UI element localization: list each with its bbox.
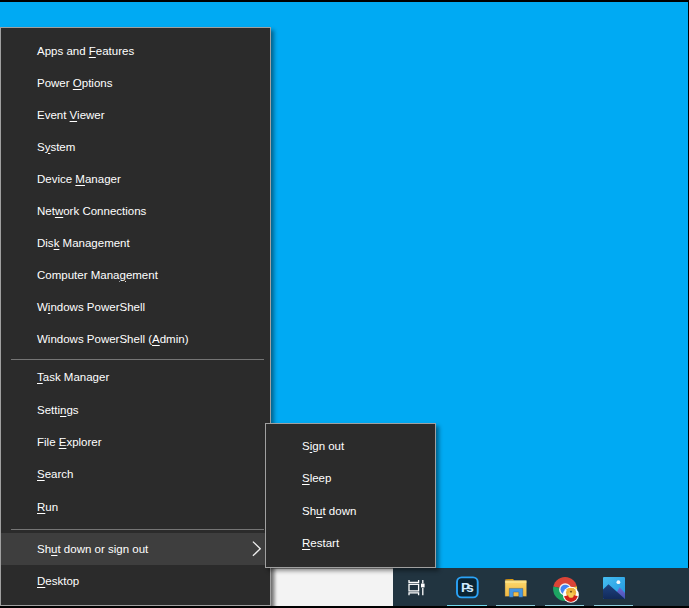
svg-text:Ps: Ps [461,580,474,595]
